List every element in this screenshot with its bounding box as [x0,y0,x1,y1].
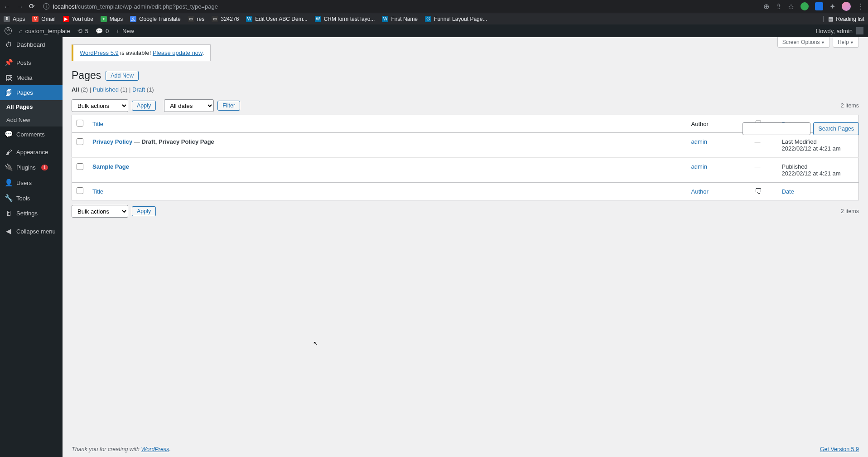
col-date-footer[interactable]: Date [777,183,859,200]
add-new-button[interactable]: Add New [106,71,139,81]
media-icon: 🖾 [5,74,13,82]
bookmark-maps[interactable]: ⌖Maps [101,16,123,22]
col-title-footer[interactable]: Title [88,183,687,200]
menu-media[interactable]: 🖾Media [0,70,63,85]
update-now-link[interactable]: Please update now [153,49,203,56]
pages-submenu: All Pages Add New [0,100,63,126]
bookmark-translate[interactable]: 文Google Translate [130,16,180,22]
brush-icon: 🖌 [5,148,13,156]
page-title-link[interactable]: Sample Page [92,163,129,170]
post-state: — Draft, Privacy Policy Page [132,138,214,145]
date-cell: Published2022/02/12 at 4:21 am [777,158,859,183]
reading-list-button[interactable]: ▤Reading list [823,16,864,22]
search-pages-button[interactable]: Search Pages [813,122,859,135]
pin-icon: 📌 [5,58,13,67]
page-header: Pages Add New [63,61,868,86]
nag-text: is available! [119,49,153,56]
bookmark-gmail[interactable]: MGmail [32,16,55,22]
comment-bubble-icon: 💬 [96,28,103,34]
col-comments-footer[interactable]: 🗨 [750,183,777,200]
site-info-icon[interactable]: i [43,3,49,10]
wp-admin-bar: ⌂custom_template ⟲5 💬0 +New Howdy, admin [0,24,868,37]
page-title-link[interactable]: Privacy Policy [92,138,132,145]
filter-draft[interactable]: Draft (1) [132,86,154,93]
sliders-icon: 🎚 [5,209,13,217]
wp-version-link[interactable]: WordPress 5.9 [80,49,119,56]
plus-icon: + [116,28,120,34]
row-checkbox[interactable] [77,138,83,145]
author-link[interactable]: admin [691,138,707,145]
plugin-icon: 🔌 [5,163,13,171]
forward-button[interactable]: → [17,3,24,10]
howdy-text: Howdy, admin [816,28,853,34]
select-all-bottom[interactable] [77,187,83,194]
menu-comments[interactable]: 💬Comments [0,126,63,142]
author-link[interactable]: admin [691,163,707,170]
get-version-link[interactable]: Get Version 5.9 [820,446,859,452]
extension-translate-icon[interactable] [815,2,823,10]
date-cell: Last Modified2022/02/12 at 4:21 am [777,133,859,158]
status-filter-links: All (2) | Published (1) | Draft (1) [63,86,868,97]
wordpress-logo-icon [5,27,12,34]
dashboard-icon: ⏱ [5,41,13,49]
filter-published[interactable]: Published (1) [93,86,128,93]
my-account-link[interactable]: Howdy, admin [816,27,863,34]
table-row: Sample Page admin — Published2022/02/12 … [72,158,859,183]
zoom-icon[interactable]: ⊕ [763,2,769,11]
bookmark-funnel[interactable]: GFunnel Layout Page... [425,16,487,22]
url-text: localhost/custom_template/wp-admin/edit.… [53,3,218,10]
menu-users[interactable]: 👤Users [0,175,63,190]
submenu-add-new[interactable]: Add New [0,113,63,126]
bulk-actions-select-top[interactable]: Bulk actions [72,99,128,112]
menu-settings[interactable]: 🎚Settings [0,206,63,221]
reload-button[interactable]: ⟳ [29,2,35,10]
extension-grammarly-icon[interactable] [800,2,809,10]
bookmark-crm-form[interactable]: WCRM form test layo... [315,16,375,22]
menu-appearance[interactable]: 🖌Appearance [0,145,63,160]
user-icon: 👤 [5,179,13,187]
menu-plugins[interactable]: 🔌Plugins1 [0,160,63,175]
filter-all[interactable]: All (2) [72,86,88,93]
menu-pages[interactable]: 🗐Pages [0,85,63,100]
apps-shortcut[interactable]: ⠿Apps [4,16,25,22]
screen-meta-links: Screen Options Help [777,37,859,48]
plugin-count-badge: 1 [41,165,48,170]
row-checkbox[interactable] [77,163,83,170]
bookmark-first-name[interactable]: WFirst Name [382,16,418,22]
updates-link[interactable]: ⟲5 [77,28,88,34]
apply-button-bottom[interactable]: Apply [132,206,156,216]
submenu-all-pages[interactable]: All Pages [0,100,63,113]
home-icon: ⌂ [19,28,23,34]
menu-tools[interactable]: 🔧Tools [0,190,63,206]
screen-options-button[interactable]: Screen Options [777,37,830,48]
col-title-header[interactable]: Title [88,115,687,133]
bookmark-youtube[interactable]: ▶YouTube [63,16,93,22]
url-bar[interactable]: i localhost/custom_template/wp-admin/edi… [40,3,758,10]
back-button[interactable]: ← [4,3,10,10]
collapse-menu[interactable]: ◀Collapse menu [0,224,63,239]
menu-posts[interactable]: 📌Posts [0,55,63,70]
menu-dashboard[interactable]: ⏱Dashboard [0,37,63,52]
comments-link[interactable]: 💬0 [96,28,109,34]
date-filter-select[interactable]: All dates [164,99,214,112]
chrome-menu-icon[interactable]: ⋮ [857,2,864,11]
wp-logo-menu[interactable] [5,27,12,34]
profile-avatar-icon[interactable] [842,2,851,11]
search-input[interactable] [743,122,810,135]
page-icon: 🗐 [5,89,13,97]
bookmark-324276[interactable]: ▭324276 [212,16,239,22]
extensions-puzzle-icon[interactable]: ✦ [829,2,835,11]
chrome-actions: ⊕ ⇪ ☆ ✦ ⋮ [763,2,864,11]
site-name-link[interactable]: ⌂custom_template [19,28,70,34]
apply-button-top[interactable]: Apply [132,101,156,111]
bulk-actions-select-bottom[interactable]: Bulk actions [72,205,128,218]
bookmark-star-icon[interactable]: ☆ [788,2,794,11]
share-icon[interactable]: ⇪ [776,2,781,11]
new-content-link[interactable]: +New [116,28,134,34]
help-button[interactable]: Help [833,37,859,48]
filter-button[interactable]: Filter [217,101,240,111]
wordpress-link[interactable]: WordPress [141,446,169,452]
select-all-top[interactable] [77,120,83,126]
bookmark-res[interactable]: ▭res [188,16,205,22]
bookmark-edit-user[interactable]: WEdit User ABC Dem... [246,16,307,22]
